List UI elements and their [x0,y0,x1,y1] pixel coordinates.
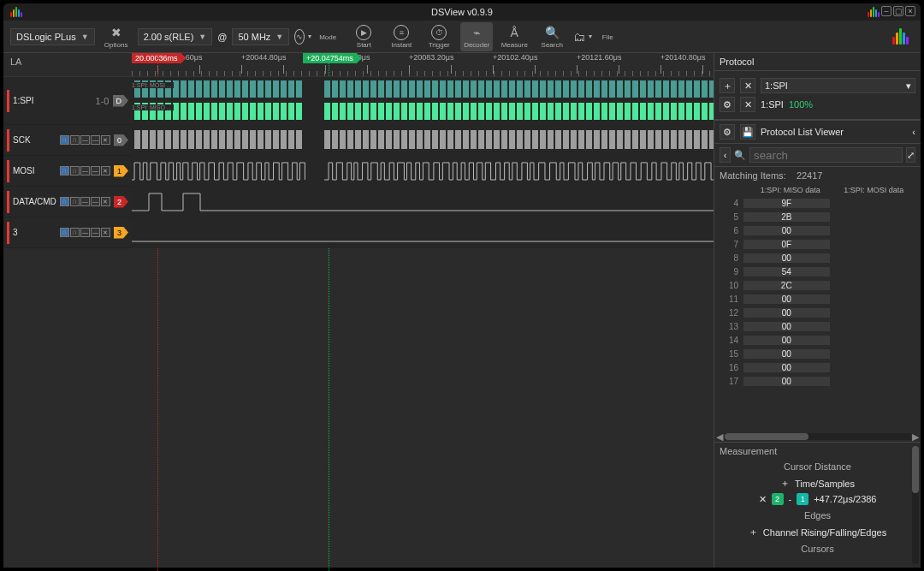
table-row[interactable]: 49F [714,196,921,210]
svg-rect-33 [258,103,264,120]
decoder-settings-button[interactable]: ⚙ [720,97,735,112]
close-button[interactable]: × [905,6,915,16]
maximize-button[interactable]: ▢ [893,6,903,16]
waveform-track[interactable] [132,217,714,248]
decoder-delete-button[interactable]: ✕ [740,97,755,112]
table-row[interactable]: 1600 [714,360,921,374]
device-selector[interactable]: DSLogic PLus▼ [10,28,95,45]
svg-rect-217 [702,130,708,149]
add-icon[interactable]: ＋ [749,526,758,538]
time-ruler[interactable]: LA +20025.60μs+20044.80μs+20064.00μs+200… [3,53,714,77]
table-row[interactable]: 600 [714,223,921,237]
channel-label[interactable]: SCK ⎍⎍ —— ✕ 0 [3,125,132,156]
svg-rect-53 [355,103,361,120]
plv-back-button[interactable]: ‹ [720,147,731,163]
svg-rect-196 [540,130,546,149]
titlebar[interactable]: DSView v0.9.9 – ▢ × [3,3,921,21]
trigger-button[interactable]: ⏱ Trigger [423,22,455,51]
plv-expand-button[interactable]: ⤢ [906,147,915,163]
plv-hscroll[interactable]: ◀ ▶ [714,431,921,442]
table-row[interactable]: 1700 [714,374,921,388]
channel-label[interactable]: DATA/CMD ⎍⎍ —— ✕ 2 [3,187,132,217]
table-row[interactable]: 1200 [714,306,921,319]
svg-rect-22 [219,80,225,98]
svg-rect-12 [181,80,187,98]
svg-rect-30 [250,80,256,98]
svg-rect-149 [157,130,163,149]
table-row[interactable]: 1500 [714,347,921,360]
column-miso[interactable]: 1:SPI: MISO data [749,186,832,194]
svg-rect-161 [250,130,256,149]
plv-settings-button[interactable]: ⚙ [720,124,735,140]
table-row[interactable]: 52B [714,210,921,223]
duration-selector[interactable]: 2.00 s(RLE)▼ [138,28,213,45]
cursor-distance-label: Cursor Distance [720,461,915,472]
waveform-track[interactable] [132,156,714,187]
svg-rect-109 [571,103,577,120]
waveform-track[interactable] [132,125,714,156]
channel-row: DATA/CMD ⎍⎍ —— ✕ 2 [3,187,714,217]
svg-rect-151 [173,130,179,149]
remove-decoder-button[interactable]: ✕ [740,78,755,93]
svg-rect-192 [509,130,515,149]
trigger-icon: ⏱ [431,25,447,40]
plv-save-button[interactable]: 💾 [740,124,755,140]
waveform-track[interactable] [132,187,714,217]
cursor-1-tag[interactable]: 20.00036ms × [132,53,187,63]
waveform-track[interactable]: 1:SPI: MOSI ...1:SPI: MISO ... [132,77,714,125]
chevron-left-icon[interactable]: ‹ [912,127,915,137]
add-icon[interactable]: ＋ [780,477,790,490]
svg-rect-85 [478,103,484,120]
svg-rect-186 [463,130,469,149]
rate-selector[interactable]: 50 MHz▼ [232,28,289,45]
table-row[interactable]: 1300 [714,319,921,333]
channel-label[interactable]: 1:SPI1-0D [3,77,132,125]
cursor-chip-2[interactable]: 2 [772,493,784,505]
plv-search-input[interactable] [749,147,903,163]
plv-table[interactable]: 49F52B60070F800954102C110012001300140015… [714,196,921,431]
cursor-2-tag[interactable]: +20.04754ms × [303,53,362,63]
start-button[interactable]: ▶ Start [347,22,380,51]
channel-label[interactable]: MOSI ⎍⎍ —— ✕ 1 [3,156,132,187]
mode-button[interactable]: ∿ ▾ Mode [294,22,342,51]
decode-row-label: 1:SPI: MISO ... [132,104,174,110]
minimize-button[interactable]: – [881,6,891,16]
column-mosi[interactable]: 1:SPI: MOSI data [832,186,916,194]
svg-rect-165 [281,130,287,149]
svg-rect-55 [363,103,369,120]
decoder-select[interactable]: 1:SPI▾ [761,78,915,93]
waveform-view[interactable]: LA +20025.60μs+20044.80μs+20064.00μs+200… [3,53,714,568]
cursor-chip-1[interactable]: 1 [797,493,808,505]
svg-rect-130 [655,80,661,98]
table-row[interactable]: 1100 [714,292,921,306]
svg-rect-156 [211,130,217,149]
measure-button[interactable]: Å Measure [498,22,530,51]
table-row[interactable]: 800 [714,251,921,265]
svg-rect-145 [709,103,714,120]
svg-rect-212 [663,130,669,149]
svg-rect-95 [517,103,523,120]
svg-rect-215 [686,130,692,149]
svg-rect-160 [242,130,248,149]
measure-icon: Å [506,25,523,40]
table-row[interactable]: 1400 [714,333,921,347]
svg-rect-69 [417,103,423,120]
instant-button[interactable]: ≡ Instant [385,22,418,51]
remove-icon[interactable]: ✕ [759,494,767,505]
svg-rect-26 [234,80,240,98]
folder-icon: 🗂 [573,29,585,45]
decoder-button[interactable]: ⌁ Decoder [460,22,493,51]
file-button[interactable]: 🗂 ▾ File [573,22,621,51]
options-button[interactable]: ✖ Options [100,22,133,51]
search-button[interactable]: 🔍 Search [536,22,568,51]
add-decoder-button[interactable]: ＋ [720,78,735,93]
svg-rect-65 [401,103,407,120]
table-row[interactable]: 102C [714,278,921,292]
table-row[interactable]: 954 [714,265,921,278]
measurement-scroll[interactable] [912,446,919,564]
table-row[interactable]: 70F [714,237,921,251]
channel-label[interactable]: 3 ⎍⎍ —— ✕ 3 [3,217,132,248]
ruler-tick: +20044.80μs [241,53,286,62]
svg-rect-106 [563,80,569,98]
svg-rect-59 [378,103,384,120]
